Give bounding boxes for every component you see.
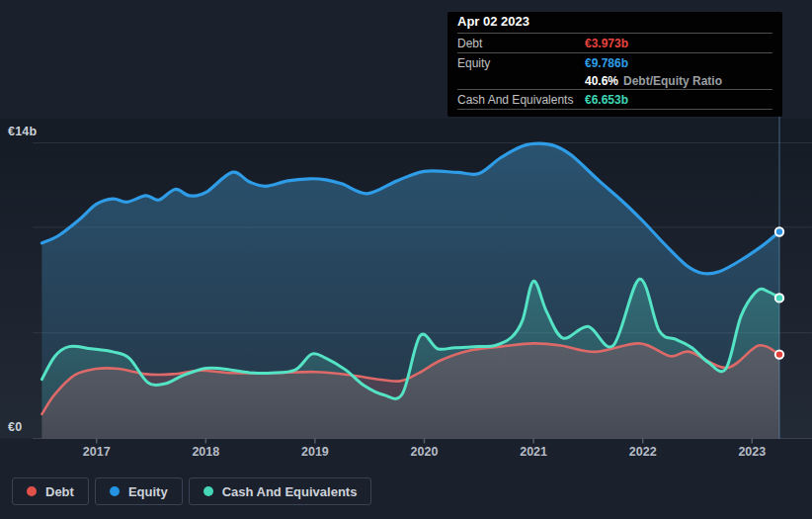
legend-color-dot (203, 486, 213, 496)
x-axis-tick-label: 2022 (629, 445, 657, 459)
tooltip-row-debt: Debt €3.973b (457, 34, 772, 53)
tooltip-ratio-text: Debt/Equity Ratio (623, 74, 722, 88)
x-axis-tick-label: 2020 (411, 445, 439, 459)
tooltip-equity-value: €9.786b (585, 56, 628, 70)
chart-legend: DebtEquityCash And Equivalents (12, 477, 371, 505)
legend-color-dot (27, 486, 37, 496)
legend-label: Equity (128, 484, 168, 499)
tooltip-cash-label: Cash And Equivalents (457, 93, 585, 107)
legend-label: Cash And Equivalents (222, 484, 358, 499)
tooltip-row-equity: Equity €9.786b (457, 53, 772, 72)
tooltip-ratio-percent: 40.6% (585, 74, 618, 88)
chart-tooltip: Apr 02 2023 Debt €3.973b Equity €9.786b … (447, 12, 782, 117)
legend-button-debt[interactable]: Debt (12, 477, 89, 505)
x-axis-tick-label: 2021 (520, 445, 547, 459)
debt-equity-history-chart-panel: 2017201820192020202120222023 €14b €0 Apr… (0, 0, 812, 519)
x-axis-tick-label: 2017 (83, 445, 111, 459)
legend-button-cash-and-equivalents[interactable]: Cash And Equivalents (189, 477, 372, 505)
tooltip-row-cash: Cash And Equivalents €6.653b (457, 90, 772, 110)
legend-label: Debt (45, 484, 74, 499)
cash-and-equivalents-marker[interactable] (775, 294, 783, 302)
tooltip-debt-label: Debt (457, 37, 585, 50)
x-axis-tick-label: 2023 (738, 445, 766, 459)
tooltip-cash-value: €6.653b (585, 93, 628, 107)
legend-button-equity[interactable]: Equity (95, 477, 183, 505)
y-axis-max-label: €14b (8, 125, 37, 138)
equity-marker[interactable] (775, 227, 783, 235)
debt-marker[interactable] (775, 350, 783, 358)
legend-color-dot (110, 486, 120, 496)
tooltip-debt-value: €3.973b (585, 37, 628, 50)
x-axis-tick-label: 2018 (192, 445, 219, 459)
tooltip-date: Apr 02 2023 (457, 12, 772, 34)
x-axis-tick-label: 2019 (301, 445, 329, 459)
tooltip-row-ratio: 40.6% Debt/Equity Ratio (457, 72, 772, 90)
y-axis-zero-label: €0 (8, 420, 22, 434)
tooltip-equity-label: Equity (457, 56, 585, 70)
